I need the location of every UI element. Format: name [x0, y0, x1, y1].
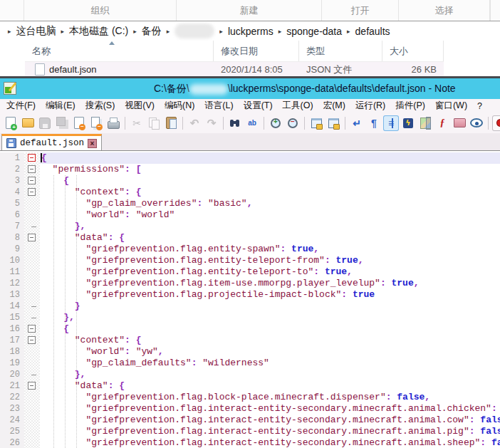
editor-line[interactable]: 5 "gp_claim_overrides": "basic", [0, 198, 500, 209]
new-file-icon[interactable] [3, 115, 19, 131]
menu-item[interactable]: 宏(M) [318, 100, 350, 112]
editor-line[interactable]: 19 "gp_claim_defaults": "wilderness" [0, 358, 500, 369]
fold-collapse-icon[interactable] [24, 187, 40, 198]
editor-line[interactable]: 10 "griefprevention.flag.entity-teleport… [0, 255, 500, 266]
fold-margin [24, 301, 40, 312]
editor-line[interactable]: 8 "data": { [0, 232, 500, 244]
editor-line[interactable]: 9 "griefprevention.flag.entity-spawn": t… [0, 244, 500, 255]
fold-collapse-icon[interactable] [24, 380, 40, 392]
cut-icon[interactable] [129, 115, 145, 131]
menu-item[interactable]: 设置(T) [239, 100, 278, 112]
breadcrumb-item[interactable] [175, 24, 214, 38]
breadcrumb-item[interactable]: luckperms [228, 26, 274, 37]
document-map-icon[interactable] [417, 115, 433, 131]
editor-line[interactable]: 16 { [0, 323, 500, 335]
text-caret [41, 153, 42, 162]
editor-line[interactable]: 6 "world": "world" [0, 209, 500, 221]
editor-line[interactable]: 3 { [0, 175, 500, 187]
editor-line[interactable]: 20 }, [0, 369, 500, 380]
editor-line[interactable]: 24 "griefprevention.flag.interact-entity… [0, 415, 500, 426]
fold-collapse-icon[interactable] [24, 152, 40, 164]
tab-default-json[interactable]: default.json [1, 134, 102, 150]
menu-item[interactable]: 插件(P) [390, 100, 430, 112]
editor-line[interactable]: 25 "griefprevention.flag.interact-entity… [0, 426, 500, 437]
print-icon[interactable] [105, 115, 121, 131]
open-file-icon[interactable] [20, 115, 36, 131]
editor-line[interactable]: 18 "world": "yw", [0, 346, 500, 358]
editor-line[interactable]: 14 } [0, 301, 500, 312]
save-all-icon[interactable] [54, 115, 70, 131]
shortcut-lightning-icon[interactable] [400, 115, 416, 131]
fold-collapse-icon[interactable] [24, 175, 40, 187]
sync-horizontal-scroll-icon[interactable] [325, 115, 341, 131]
menu-item[interactable]: ? [472, 101, 487, 111]
menu-item[interactable]: 文件(F) [1, 100, 41, 112]
fold-collapse-icon[interactable] [24, 335, 40, 346]
fold-margin [24, 403, 40, 415]
code-text: "griefprevention.flag.entity-teleport-fr… [40, 255, 500, 266]
word-wrap-icon[interactable] [349, 115, 365, 131]
editor-line[interactable]: 23 "griefprevention.flag.interact-entity… [0, 403, 500, 415]
screen: 组织 新建 打开 选择 这台电脑 本地磁盘 (C:) 备份 luckperms … [0, 0, 500, 448]
file-row[interactable]: default.json 2020/1/14 8:05 JSON 文件 26 K… [25, 62, 444, 77]
indent-guide-icon[interactable] [383, 115, 399, 131]
menu-item[interactable]: 编码(N) [160, 100, 199, 112]
editor-line[interactable]: 12 "griefprevention.flag.item-use.mmorpg… [0, 278, 500, 289]
editor-line[interactable]: 22 "griefprevention.flag.block-place.min… [0, 392, 500, 403]
editor-line[interactable]: 15 }, [0, 312, 500, 323]
column-header[interactable]: 名称 [25, 41, 214, 61]
breadcrumb-item[interactable]: sponge-data [286, 26, 342, 37]
redo-icon[interactable] [204, 115, 219, 131]
folder-as-workspace-icon[interactable] [452, 115, 467, 131]
undo-icon[interactable] [187, 115, 202, 131]
menu-item[interactable]: 编辑(E) [41, 100, 80, 112]
column-header[interactable]: 类型 [299, 41, 382, 61]
code-text: { [40, 152, 500, 164]
column-header[interactable]: 大小 [382, 41, 444, 61]
column-header[interactable]: 修改日期 [214, 41, 299, 61]
editor-line[interactable]: 4 "context": { [0, 187, 500, 198]
editor-line[interactable]: 2 "permissions": [ [0, 164, 500, 175]
menu-item[interactable]: 搜索(S) [80, 100, 120, 112]
monitoring-eye-icon[interactable] [469, 115, 484, 131]
editor-line[interactable]: 1{ [0, 152, 500, 164]
editor-line[interactable]: 11 "griefprevention.flag.entity-teleport… [0, 266, 500, 278]
find-icon[interactable] [227, 115, 243, 131]
replace-icon[interactable] [244, 115, 260, 131]
breadcrumb-item[interactable]: 备份 [142, 25, 162, 38]
zoom-in-icon[interactable] [268, 115, 283, 131]
copy-icon[interactable] [146, 115, 162, 131]
close-file-icon[interactable] [71, 115, 87, 131]
line-number: 25 [0, 426, 24, 437]
function-list-icon[interactable] [434, 115, 450, 131]
editor-line[interactable]: 26 "griefprevention.flag.interact-entity… [0, 437, 500, 448]
menu-item[interactable]: 语言(L) [199, 100, 238, 112]
breadcrumb-item[interactable]: 本地磁盘 (C:) [69, 25, 128, 38]
macro-record-icon[interactable] [492, 115, 500, 131]
editor-line[interactable]: 21 "data": { [0, 380, 500, 392]
breadcrumb-item[interactable]: 这台电脑 [16, 25, 56, 38]
breadcrumb-item[interactable]: defaults [355, 26, 390, 37]
menu-item[interactable]: 运行(R) [350, 100, 390, 112]
save-icon[interactable] [37, 115, 53, 131]
menu-item[interactable]: 视图(V) [120, 100, 160, 112]
sort-ascending-icon [109, 41, 115, 45]
fold-collapse-icon[interactable] [24, 232, 40, 244]
sync-vertical-scroll-icon[interactable] [308, 115, 324, 131]
fold-collapse-icon[interactable] [24, 164, 40, 175]
code-text: "data": { [40, 232, 500, 244]
zoom-out-icon[interactable] [285, 115, 301, 131]
menu-item[interactable]: 工具(O) [278, 100, 318, 112]
editor-line[interactable]: 17 "context": { [0, 335, 500, 346]
close-all-icon[interactable] [88, 115, 104, 131]
file-name-cell[interactable]: default.json [25, 63, 214, 75]
editor[interactable]: 1{2 "permissions": [3 {4 "context": {5 "… [0, 151, 500, 448]
editor-line[interactable]: 13 "griefprevention.flag.projectile-impa… [0, 289, 500, 301]
paste-icon[interactable] [163, 115, 179, 131]
tab-close-icon[interactable] [88, 139, 97, 148]
fold-collapse-icon[interactable] [24, 323, 40, 335]
menu-item[interactable]: 窗口(W) [430, 100, 472, 112]
show-all-characters-icon[interactable] [366, 115, 382, 131]
code-text: { [40, 175, 500, 187]
editor-line[interactable]: 7 }, [0, 221, 500, 232]
